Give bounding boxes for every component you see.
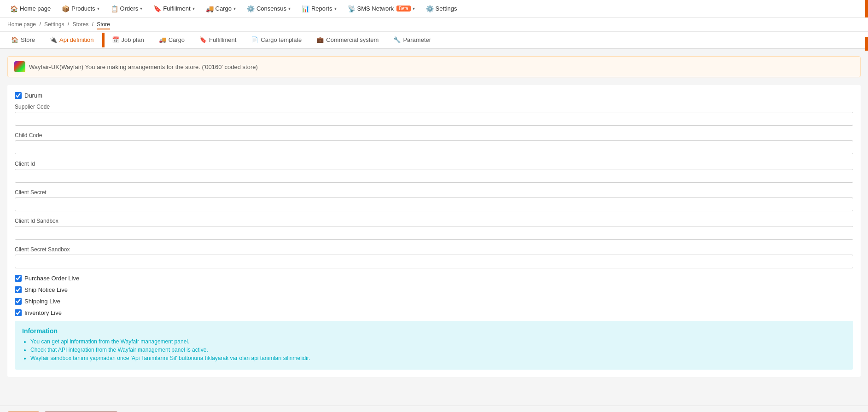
client-secret-sandbox-label: Client Secret Sandbox [15, 246, 853, 253]
nav-home[interactable]: 🏠 Home page [5, 0, 56, 17]
breadcrumb-sep-3: / [92, 21, 93, 28]
info-list: You can get api information from the Way… [22, 338, 846, 361]
nav-cargo[interactable]: 🚚 Cargo ▾ [200, 0, 241, 17]
client-id-sandbox-input[interactable] [15, 226, 853, 240]
top-navigation: 🏠 Home page 📦 Products ▾ 📋 Orders ▾ 🔖 Fu… [0, 0, 868, 17]
tab-job-plan[interactable]: 📅 Job plan [105, 32, 151, 49]
tab-cargo[interactable]: 🚚 Cargo [151, 32, 192, 49]
client-secret-sandbox-input[interactable] [15, 255, 853, 268]
tab-commercial-icon: 💼 [316, 36, 324, 43]
cargo-chevron: ▾ [233, 6, 236, 11]
nav-sms-network[interactable]: 📡 SMS Network Beta ▾ [342, 0, 420, 17]
child-code-label: Child Code [15, 132, 853, 139]
info-item-3: Wayfair sandbox tanımı yapmadan önce 'Ap… [30, 355, 846, 361]
ship-notice-live-row: Ship Notice Live [15, 286, 853, 293]
supplier-code-input[interactable] [15, 112, 853, 126]
purchase-order-live-label: Purchase Order Live [24, 275, 79, 282]
client-secret-label: Client Secret [15, 189, 853, 196]
durum-row: Durum [15, 92, 853, 99]
settings-active-indicator [865, 0, 868, 17]
fulfillment-nav-icon: 🔖 [153, 5, 161, 12]
sms-network-icon: 📡 [348, 5, 355, 12]
client-id-sandbox-row: Client Id Sandbox [15, 218, 853, 240]
reports-icon: 📊 [302, 5, 309, 12]
shipping-live-label: Shipping Live [24, 298, 60, 305]
durum-checkbox[interactable] [15, 92, 22, 99]
nav-orders[interactable]: 📋 Orders ▾ [105, 0, 148, 17]
breadcrumb-settings[interactable]: Settings [44, 21, 64, 28]
breadcrumb: Home page / Settings / Stores / Store [0, 17, 868, 32]
info-item-2: Check that API integration from the Wayf… [30, 347, 846, 353]
nav-settings[interactable]: ⚙️ Settings [420, 0, 463, 17]
info-box: Information You can get api information … [15, 321, 853, 370]
nav-products[interactable]: 📦 Products ▾ [56, 0, 105, 17]
nav-consensus[interactable]: ⚙️ Consensus ▾ [241, 0, 296, 17]
consensus-icon: ⚙️ [247, 5, 255, 12]
client-id-input[interactable] [15, 169, 853, 183]
beta-badge: Beta [396, 6, 411, 12]
info-title: Information [22, 327, 846, 335]
tab-fulfillment[interactable]: 🔖 Fulfillment [192, 32, 244, 49]
settings-icon: ⚙️ [426, 5, 434, 12]
home-icon: 🏠 [10, 5, 18, 12]
client-secret-row: Client Secret [15, 189, 853, 211]
client-id-label: Client Id [15, 161, 853, 167]
wayfair-logo [14, 61, 25, 72]
nav-reports[interactable]: 📊 Reports ▾ [296, 0, 342, 17]
client-id-sandbox-label: Client Id Sandbox [15, 218, 853, 224]
child-code-input[interactable] [15, 140, 853, 154]
products-icon: 📦 [62, 5, 70, 12]
products-chevron: ▾ [97, 6, 99, 11]
client-id-row: Client Id [15, 161, 853, 183]
client-secret-sandbox-row: Client Secret Sandbox [15, 246, 853, 268]
breadcrumb-sep-2: / [68, 21, 69, 28]
inventory-live-row: Inventory Live [15, 309, 853, 316]
purchase-order-live-row: Purchase Order Live [15, 275, 853, 282]
inventory-live-label: Inventory Live [24, 309, 62, 316]
tab-cargo-template-icon: 📄 [251, 36, 258, 43]
tab-parameter-icon: 🔧 [393, 36, 401, 43]
main-content: Wayfair-UK(Wayfair) You are making arran… [0, 49, 868, 406]
supplier-code-label: Supplier Code [15, 104, 853, 110]
tab-cargo-icon: 🚚 [159, 36, 166, 43]
right-side-indicator [865, 37, 868, 51]
fulfillment-chevron: ▾ [192, 6, 195, 11]
tab-api-definition[interactable]: 🔌 Api definition [42, 32, 101, 49]
shipping-live-row: Shipping Live [15, 298, 853, 305]
tab-cargo-template[interactable]: 📄 Cargo template [244, 32, 309, 49]
supplier-code-row: Supplier Code [15, 104, 853, 126]
child-code-row: Child Code [15, 132, 853, 154]
warning-text: Wayfair-UK(Wayfair) You are making arran… [29, 64, 258, 70]
breadcrumb-sep-1: / [39, 21, 41, 28]
client-secret-input[interactable] [15, 197, 853, 211]
inventory-live-checkbox[interactable] [15, 309, 22, 316]
durum-label: Durum [24, 92, 42, 99]
nav-fulfillment[interactable]: 🔖 Fulfillment ▾ [148, 0, 200, 17]
cargo-nav-icon: 🚚 [206, 5, 214, 12]
info-item-1: You can get api information from the Way… [30, 338, 846, 345]
breadcrumb-home[interactable]: Home page [7, 21, 36, 28]
consensus-chevron: ▾ [288, 6, 291, 11]
bottom-bar: Save Delete api definitions [0, 406, 868, 412]
tab-store[interactable]: 🏠 Store [4, 32, 42, 49]
orders-chevron: ▾ [140, 6, 142, 11]
tab-parameter[interactable]: 🔧 Parameter [386, 32, 438, 49]
tab-job-plan-icon: 📅 [112, 36, 119, 43]
tab-commercial-system[interactable]: 💼 Commercial system [309, 32, 386, 49]
tab-api-icon: 🔌 [50, 36, 57, 43]
form-section: Durum Supplier Code Child Code Client Id… [7, 85, 861, 377]
tab-fulfillment-icon: 🔖 [199, 36, 207, 43]
orders-icon: 📋 [111, 5, 118, 12]
shipping-live-checkbox[interactable] [15, 298, 22, 305]
tab-store-icon: 🏠 [11, 36, 18, 43]
sms-chevron: ▾ [413, 6, 415, 11]
warning-banner: Wayfair-UK(Wayfair) You are making arran… [7, 56, 861, 77]
ship-notice-live-checkbox[interactable] [15, 286, 22, 293]
tabs-bar: 🏠 Store 🔌 Api definition 📅 Job plan 🚚 Ca… [0, 32, 868, 49]
breadcrumb-current: Store [97, 21, 110, 29]
purchase-order-live-checkbox[interactable] [15, 275, 22, 282]
ship-notice-live-label: Ship Notice Live [24, 286, 68, 293]
reports-chevron: ▾ [334, 6, 337, 11]
breadcrumb-stores[interactable]: Stores [72, 21, 88, 28]
